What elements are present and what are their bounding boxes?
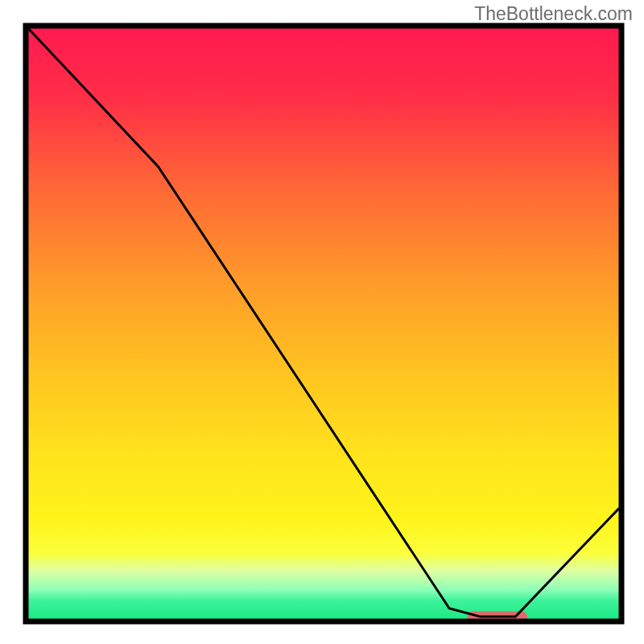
bottleneck-chart [0, 0, 644, 644]
plot-background [26, 26, 621, 621]
